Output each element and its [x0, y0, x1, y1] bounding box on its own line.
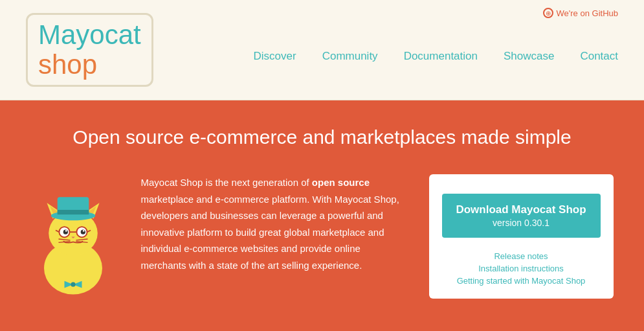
- hero-description: Mayocat Shop is the next generation of o…: [141, 174, 403, 273]
- github-link-label: We're on GitHub: [557, 8, 618, 18]
- github-link[interactable]: ⊕ We're on GitHub: [543, 8, 618, 18]
- download-version: version 0.30.1: [455, 217, 588, 229]
- svg-point-27: [71, 282, 75, 287]
- release-notes-link[interactable]: Release notes: [442, 251, 601, 261]
- card-links: Release notes Installation instructions …: [442, 251, 601, 286]
- hero-content: Mayocat Shop is the next generation of o…: [31, 174, 614, 300]
- logo-mayocat: Mayocat: [38, 19, 141, 50]
- main-nav: Discover Community Documentation Showcas…: [254, 50, 618, 63]
- nav-contact[interactable]: Contact: [580, 50, 618, 63]
- logo-area: Mayocat shop: [26, 13, 153, 87]
- svg-point-14: [82, 230, 84, 232]
- logo: Mayocat shop: [38, 20, 141, 80]
- nav-community[interactable]: Community: [322, 50, 378, 63]
- nav-showcase[interactable]: Showcase: [504, 50, 554, 63]
- nav-documentation[interactable]: Documentation: [404, 50, 478, 63]
- download-button-label: Download Mayocat Shop: [456, 203, 586, 216]
- nav-discover[interactable]: Discover: [254, 50, 296, 63]
- hero-section: Open source e-commerce and marketplaces …: [0, 100, 644, 331]
- svg-point-13: [65, 230, 67, 232]
- logo-wrapper: Mayocat shop: [26, 13, 153, 87]
- globe-icon: ⊕: [543, 8, 553, 18]
- logo-shop: shop: [38, 49, 97, 80]
- hero-text-part2: marketplace and e-commerce platform. Wit…: [141, 194, 399, 271]
- hero-title: Open source e-commerce and marketplaces …: [26, 126, 618, 148]
- header: ⊕ We're on GitHub Mayocat shop Discover …: [0, 0, 644, 100]
- download-card: Download Mayocat Shop version 0.30.1 Rel…: [429, 174, 614, 299]
- installation-instructions-link[interactable]: Installation instructions: [442, 264, 601, 273]
- hero-text-part1: Mayocat Shop is the next generation of: [141, 177, 312, 188]
- hero-text-bold: open source: [312, 177, 370, 188]
- cat-svg: [31, 181, 115, 297]
- download-button[interactable]: Download Mayocat Shop version 0.30.1: [442, 194, 601, 238]
- cat-illustration: [31, 181, 115, 300]
- svg-rect-8: [57, 210, 89, 214]
- getting-started-link[interactable]: Getting started with Mayocat Shop: [442, 276, 601, 286]
